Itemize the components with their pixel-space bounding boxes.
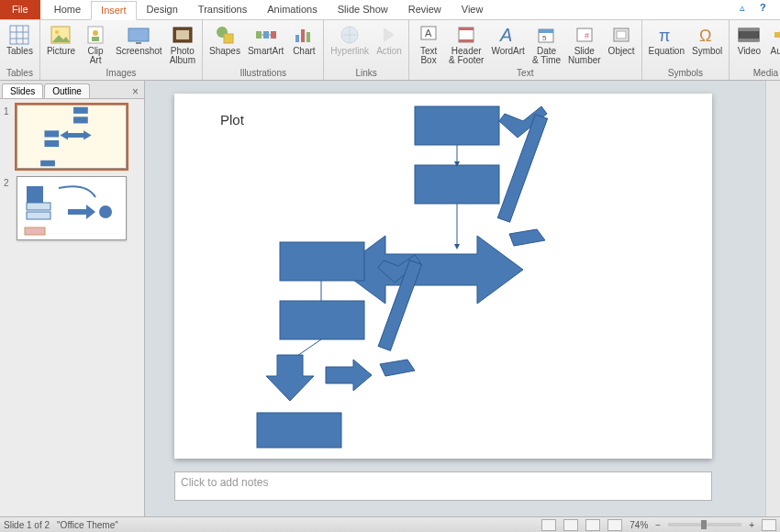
- date-time-button[interactable]: 5Date & Time: [529, 22, 563, 67]
- svg-rect-46: [73, 116, 88, 123]
- slide-shapes: [174, 94, 712, 459]
- tab-design[interactable]: Design: [137, 0, 188, 19]
- svg-text:#: #: [585, 31, 589, 40]
- fit-to-window-button[interactable]: [762, 519, 776, 531]
- shape-rect[interactable]: [257, 413, 341, 448]
- notes-pane[interactable]: Click to add notes: [174, 471, 712, 501]
- shape-double-arrow[interactable]: [340, 236, 523, 304]
- view-reading-button[interactable]: [585, 519, 600, 531]
- photo-album-icon: [172, 24, 194, 46]
- clipart-icon: [84, 24, 106, 46]
- slide-thumbnail-2[interactable]: [17, 176, 127, 240]
- tab-file[interactable]: File: [0, 0, 40, 19]
- shape-elbow-arrow[interactable]: [378, 255, 422, 376]
- tab-slideshow[interactable]: Slide Show: [328, 0, 398, 19]
- status-theme: "Office Theme": [57, 520, 118, 530]
- smartart-button[interactable]: SmartArt: [245, 22, 286, 58]
- svg-rect-30: [459, 39, 474, 42]
- outline-tab[interactable]: Outline: [44, 83, 90, 98]
- zoom-out-button[interactable]: −: [655, 520, 661, 530]
- header-footer-button[interactable]: Header & Footer: [446, 22, 486, 67]
- tab-review[interactable]: Review: [398, 0, 451, 19]
- svg-text:A: A: [499, 25, 512, 45]
- audio-button[interactable]: Audio: [766, 22, 780, 58]
- svg-marker-60: [454, 244, 460, 249]
- screenshot-button[interactable]: Screenshot: [113, 22, 165, 58]
- object-icon: [610, 24, 632, 46]
- view-sorter-button[interactable]: [563, 519, 578, 531]
- action-button: Action: [373, 22, 405, 58]
- slide-thumbnail-1[interactable]: [17, 105, 127, 169]
- svg-marker-25: [384, 28, 395, 42]
- video-icon: [738, 24, 760, 46]
- header-footer-icon: [455, 24, 477, 46]
- slide-canvas[interactable]: Plot: [174, 94, 712, 459]
- video-button[interactable]: Video: [733, 22, 764, 58]
- symbol-button[interactable]: ΩSymbol: [689, 22, 725, 58]
- close-panel-icon[interactable]: ×: [127, 85, 144, 98]
- svg-rect-56: [25, 227, 45, 235]
- slide-number-icon: #: [574, 24, 596, 46]
- svg-point-55: [99, 205, 112, 218]
- help-icon[interactable]: ?: [760, 2, 773, 15]
- group-images: Picture Clip Art Screenshot Photo Album …: [40, 20, 203, 80]
- svg-text:A: A: [425, 28, 432, 39]
- tab-view[interactable]: View: [451, 0, 494, 19]
- vertical-scrollbar[interactable]: [765, 81, 780, 516]
- svg-rect-47: [44, 130, 59, 137]
- shape-rect[interactable]: [415, 165, 499, 204]
- screenshot-icon: [128, 24, 150, 46]
- tab-animations[interactable]: Animations: [257, 0, 327, 19]
- photo-album-button[interactable]: Photo Album: [167, 22, 198, 67]
- status-slide-of: Slide 1 of 2: [4, 520, 50, 530]
- shapes-button[interactable]: Shapes: [206, 22, 243, 58]
- tables-button[interactable]: Tables: [4, 22, 36, 58]
- tab-home[interactable]: Home: [44, 0, 91, 19]
- equation-icon: π: [655, 24, 677, 46]
- picture-button[interactable]: Picture: [44, 22, 78, 58]
- slides-tab[interactable]: Slides: [2, 83, 43, 98]
- clipart-button[interactable]: Clip Art: [80, 22, 111, 67]
- smartart-icon: [255, 24, 277, 46]
- group-links: Hyperlink Action Links: [324, 20, 409, 80]
- svg-rect-11: [136, 42, 141, 44]
- shape-down-arrow[interactable]: [266, 355, 314, 401]
- workspace: Slides Outline × 1 2: [0, 81, 780, 516]
- svg-rect-45: [73, 107, 88, 114]
- svg-rect-21: [295, 35, 299, 42]
- shape-elbow-arrow[interactable]: [497, 106, 547, 246]
- shape-rect[interactable]: [415, 106, 499, 145]
- svg-rect-43: [739, 39, 759, 41]
- svg-rect-48: [44, 140, 59, 147]
- minimize-ribbon-icon[interactable]: ▵: [740, 2, 752, 15]
- object-button[interactable]: Object: [606, 22, 638, 58]
- svg-rect-52: [27, 203, 50, 210]
- symbol-icon: Ω: [696, 24, 719, 46]
- svg-marker-68: [380, 360, 415, 376]
- zoom-slider[interactable]: [668, 523, 741, 526]
- shapes-icon: [214, 24, 236, 46]
- view-normal-button[interactable]: [541, 519, 556, 531]
- tables-label: Tables: [6, 47, 33, 56]
- svg-rect-49: [40, 161, 55, 166]
- textbox-icon: A: [418, 24, 440, 46]
- chart-button[interactable]: Chart: [288, 22, 319, 58]
- textbox-button[interactable]: AText Box: [413, 22, 444, 67]
- equation-button[interactable]: πEquation: [646, 22, 687, 58]
- tab-transitions[interactable]: Transitions: [188, 0, 257, 19]
- tab-insert[interactable]: Insert: [91, 1, 137, 20]
- shape-rect[interactable]: [280, 242, 364, 281]
- shape-rect[interactable]: [280, 301, 364, 339]
- zoom-in-button[interactable]: +: [749, 520, 754, 530]
- canvas-area[interactable]: Plot: [145, 81, 780, 516]
- view-slideshow-button[interactable]: [607, 519, 622, 531]
- slides-panel: Slides Outline × 1 2: [0, 81, 145, 516]
- svg-point-6: [55, 30, 59, 34]
- chart-icon: [293, 24, 315, 46]
- svg-text:5: 5: [542, 34, 547, 42]
- svg-rect-23: [306, 32, 310, 42]
- wordart-button[interactable]: AWordArt: [488, 22, 528, 58]
- shape-right-arrow[interactable]: [326, 360, 372, 391]
- slide-number-button[interactable]: #Slide Number: [565, 22, 604, 67]
- svg-marker-50: [61, 130, 92, 139]
